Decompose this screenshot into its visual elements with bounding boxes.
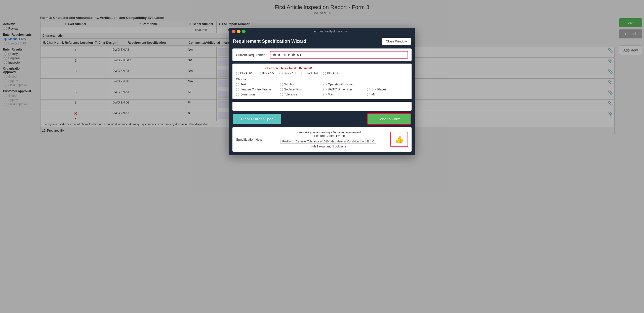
help-line1: Looks like you're creating a Variable re…	[270, 131, 386, 134]
spec-table: Position Diameter Tolerance of .010° Max…	[280, 139, 376, 144]
spec-col-c: C	[371, 139, 376, 144]
help-icon: 👍	[395, 135, 404, 144]
opt-max[interactable]: Max	[323, 93, 365, 96]
opt-tolerance[interactable]: Tolerance	[280, 93, 321, 96]
current-req-box: ⊕ ⌀ .010° ⊕ A B C	[270, 51, 408, 59]
send-to-form-button[interactable]: Send to Form	[367, 113, 411, 125]
opt-surface[interactable]: Surface Finish	[280, 88, 321, 91]
modal-titlebar: scrmuat.verifyglobal.com	[229, 28, 415, 35]
modal: scrmuat.verifyglobal.com Requirement Spe…	[229, 28, 415, 155]
opt-empty1	[367, 83, 408, 86]
spec-col-b: B	[366, 139, 371, 144]
req-symbol2: ⌀	[278, 53, 280, 57]
modal-url: scrmuat.verifyglobal.com	[249, 30, 412, 33]
req-value: .010°	[281, 53, 290, 57]
empty-section	[232, 102, 412, 111]
clear-spec-button[interactable]: Clear Current Spec	[233, 114, 281, 124]
help-line3: with 1 rows and 5 columns	[270, 145, 386, 148]
spec-col-position: Position	[281, 139, 294, 144]
action-btns-section: Clear Current Spec Send to Form	[232, 113, 412, 125]
help-content: Looks like you're creating a Variable re…	[270, 131, 386, 148]
block-1-2[interactable]: Block 1/2	[258, 72, 274, 75]
close-window-button[interactable]: Close Window	[382, 38, 411, 45]
block-1-5[interactable]: Block 1/5	[323, 72, 339, 75]
traffic-lights	[232, 30, 246, 33]
help-line2: a Feature Control Frame	[270, 134, 386, 138]
opt-op-func[interactable]: Operation/Function	[323, 83, 365, 86]
block-1-3[interactable]: Block 1/3	[279, 72, 296, 75]
options-grid: Text Symbol Operation/Function Feature C…	[236, 83, 408, 96]
req-symbol1: ⊕	[273, 53, 276, 57]
modal-body: Current Requirement: ⊕ ⌀ .010° ⊕ A B C S…	[229, 48, 415, 155]
req-symbol3: ⊕	[292, 53, 295, 57]
current-req-label: Current Requirement:	[236, 53, 267, 57]
block-section: Select which block to edit: Required! Bl…	[232, 64, 412, 99]
block-1-1[interactable]: Block 1/1	[236, 72, 253, 75]
opt-places[interactable]: # of Places	[367, 88, 408, 91]
modal-header-row: Requirement Specification Wizard Close W…	[229, 35, 415, 48]
opt-symbol[interactable]: Symbol	[280, 83, 321, 86]
opt-min[interactable]: Min	[367, 93, 408, 96]
traffic-yellow[interactable]	[237, 30, 240, 33]
req-letters: A B C	[297, 53, 306, 57]
modal-overlay: scrmuat.verifyglobal.com Requirement Spe…	[0, 0, 644, 313]
spec-col-a: A	[360, 139, 366, 144]
block-1-4[interactable]: Block 1/4	[301, 72, 318, 75]
block-select-label: Select which block to edit: Required!	[236, 67, 340, 70]
spec-col-diam: Diameter Tolerance of .010° Max Material…	[294, 139, 360, 144]
traffic-red[interactable]	[232, 30, 235, 33]
opt-fcf[interactable]: Feature Control Frame	[236, 88, 277, 91]
opt-basic[interactable]: BASIC Dimension	[323, 88, 365, 91]
block-radio-row: Block 1/1 Block 1/2 Block 1/3 Block 1/4 …	[236, 72, 340, 75]
choose-label: Choose:	[236, 78, 408, 81]
modal-wizard-title: Requirement Specification Wizard	[233, 39, 306, 44]
spec-help-label: Specification Help	[236, 138, 266, 141]
opt-text[interactable]: Text	[236, 83, 277, 86]
help-section: Specification Help Looks like you're cre…	[232, 127, 412, 152]
opt-dimension[interactable]: Dimension	[236, 93, 277, 96]
traffic-green[interactable]	[242, 30, 246, 33]
help-image-box: 👍	[390, 132, 408, 147]
current-req-section: Current Requirement: ⊕ ⌀ .010° ⊕ A B C	[232, 48, 412, 61]
